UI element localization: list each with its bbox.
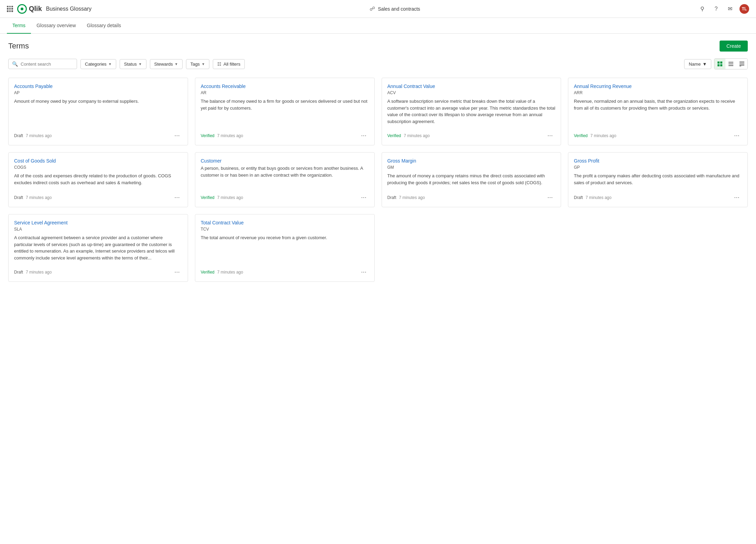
apps-menu-icon[interactable] [7,6,13,12]
all-filters-label: All filters [223,62,240,67]
tab-terms[interactable]: Terms [7,18,31,34]
more-options-button[interactable]: ⋯ [172,132,182,140]
term-time: 7 minutes ago [26,195,52,200]
svg-rect-6 [728,65,733,66]
term-footer-left: Verified 7 minutes ago [387,133,430,138]
term-footer: Verified 7 minutes ago ⋯ [201,129,369,140]
svg-rect-1 [720,62,722,64]
sort-label: Name [689,62,701,67]
more-options-button[interactable]: ⋯ [359,193,369,201]
categories-chevron-icon: ▼ [108,62,112,66]
term-time: 7 minutes ago [404,133,430,138]
svg-rect-3 [720,64,722,66]
notifications-icon[interactable]: ✉ [726,5,734,13]
term-time: 7 minutes ago [26,133,52,138]
term-footer-left: Draft 7 minutes ago [574,195,611,200]
svg-rect-2 [717,64,720,66]
status-filter[interactable]: Status ▼ [120,59,146,69]
svg-rect-9 [739,64,744,65]
term-title[interactable]: Customer [201,158,369,164]
term-time: 7 minutes ago [217,195,243,200]
sort-button[interactable]: Name ▼ [684,59,711,69]
header-left: Qlik Business Glossary [7,4,91,14]
qlik-circle-icon [17,4,27,14]
tags-filter[interactable]: Tags ▼ [186,59,209,69]
grid-view-button[interactable] [714,59,725,69]
term-title[interactable]: Annual Recurring Revenue [574,84,742,89]
term-footer-left: Verified 7 minutes ago [201,195,243,200]
list-view-button[interactable] [725,59,736,69]
stewards-filter[interactable]: Stewards ▼ [150,59,183,69]
search-input[interactable] [21,62,73,67]
term-time: 7 minutes ago [590,133,616,138]
more-options-button[interactable]: ⋯ [359,132,369,140]
term-title[interactable]: Cost of Goods Sold [14,158,182,164]
term-footer-left: Verified 7 minutes ago [201,133,243,138]
term-status: Draft [14,195,23,200]
more-options-button[interactable]: ⋯ [545,193,555,201]
term-footer: Draft 7 minutes ago ⋯ [574,191,742,201]
svg-rect-5 [728,64,733,64]
term-abbr: GM [387,165,556,170]
term-title[interactable]: Gross Profit [574,158,742,164]
term-footer: Draft 7 minutes ago ⋯ [387,191,556,201]
term-desc: The profit a company makes after deducti… [574,173,742,187]
help-icon[interactable]: ? [712,5,720,13]
qlik-logo: Qlik [17,4,42,14]
term-card: Service Level Agreement SLA A contractua… [8,214,188,282]
more-options-button[interactable]: ⋯ [732,132,742,140]
categories-filter[interactable]: Categories ▼ [80,59,116,69]
more-options-button[interactable]: ⋯ [545,132,555,140]
term-status: Draft [14,270,23,275]
term-abbr: COGS [14,165,182,170]
term-time: 7 minutes ago [26,270,52,275]
term-card: Accounts Receivable AR The balance of mo… [195,78,375,145]
svg-rect-8 [739,63,744,64]
sort-chevron-icon: ▼ [702,62,707,67]
terms-grid: Accounts Payable AP Amount of money owed… [8,78,748,282]
compact-view-button[interactable] [736,59,747,69]
term-title[interactable]: Accounts Receivable [201,84,369,89]
term-status: Verified [574,133,588,138]
term-desc: A contractual agreement between a servic… [14,234,182,261]
term-status: Verified [201,195,215,200]
term-title[interactable]: Annual Contract Value [387,84,556,89]
term-card: Annual Recurring Revenue ARR Revenue, no… [568,78,748,145]
term-card: Accounts Payable AP Amount of money owed… [8,78,188,145]
header-right: ⚲ ? ✉ TL [698,4,749,14]
search-box[interactable]: 🔍 [8,59,77,69]
filters-right: Name ▼ [684,58,748,69]
term-desc: Amount of money owed by your company to … [14,98,182,125]
term-time: 7 minutes ago [585,195,611,200]
more-options-button[interactable]: ⋯ [732,193,742,201]
svg-rect-10 [739,65,744,66]
more-options-button[interactable]: ⋯ [172,268,182,276]
term-title[interactable]: Total Contract Value [201,220,369,225]
tab-glossary-details[interactable]: Glossary details [81,18,127,34]
term-footer: Draft 7 minutes ago ⋯ [14,129,182,140]
page-title: Terms [8,42,29,51]
more-options-button[interactable]: ⋯ [172,193,182,201]
status-label: Status [124,62,137,67]
search-icon[interactable]: ⚲ [698,5,706,13]
avatar[interactable]: TL [739,4,749,14]
tab-glossary-overview[interactable]: Glossary overview [31,18,81,34]
compact-view-icon [739,62,744,66]
term-title[interactable]: Service Level Agreement [14,220,182,225]
term-time: 7 minutes ago [399,195,425,200]
term-title[interactable]: Accounts Payable [14,84,182,89]
term-card: Total Contract Value TCV The total amoun… [195,214,375,282]
term-title[interactable]: Gross Margin [387,158,556,164]
term-desc: The balance of money owed to a firm for … [201,98,369,125]
term-footer-left: Verified 7 minutes ago [201,270,243,275]
svg-rect-4 [728,62,733,63]
term-abbr: ARR [574,90,742,95]
term-desc: All of the costs and expenses directly r… [14,173,182,187]
create-button[interactable]: Create [720,41,748,52]
app-name: Business Glossary [46,6,92,12]
term-abbr: ACV [387,90,556,95]
term-abbr: SLA [14,227,182,232]
tags-chevron-icon: ▼ [201,62,205,66]
more-options-button[interactable]: ⋯ [359,268,369,276]
all-filters-button[interactable]: ☷ All filters [213,59,245,69]
